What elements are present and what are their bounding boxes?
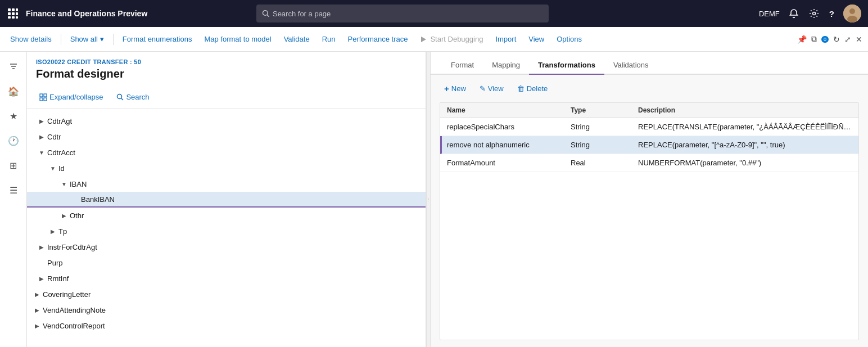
- table-row[interactable]: FormatAmount Real NUMBERFORMAT(parameter…: [440, 154, 858, 172]
- view-transformation-button[interactable]: ✎ View: [475, 82, 508, 95]
- expand-CdtrAcct[interactable]: ▼: [36, 147, 47, 158]
- tree-node-Tp[interactable]: ▶ Tp: [27, 223, 426, 239]
- table-row[interactable]: replaceSpecialChars String REPLACE(TRANS…: [440, 118, 858, 136]
- tab-transformations[interactable]: Transformations: [529, 56, 604, 75]
- workspaces-icon[interactable]: ⊞: [3, 155, 24, 175]
- start-debugging-button[interactable]: Start Debugging: [414, 33, 489, 46]
- view-button[interactable]: View: [523, 33, 550, 46]
- expand-VendControlReport[interactable]: ▶: [31, 320, 43, 331]
- tree-node-CdtrAcct[interactable]: ▼ CdtrAcct: [27, 145, 426, 160]
- notifications-icon[interactable]: [788, 7, 800, 20]
- node-label-Id: Id: [58, 164, 426, 173]
- options-button[interactable]: Options: [551, 33, 587, 46]
- tab-format[interactable]: Format: [442, 56, 483, 75]
- filter-icon[interactable]: [3, 56, 24, 76]
- node-label-Othr: Othr: [70, 211, 426, 220]
- global-search[interactable]: [256, 4, 549, 22]
- row3-type: Real: [571, 159, 638, 167]
- import-button[interactable]: Import: [490, 33, 522, 46]
- node-label-VendAttendingNote: VendAttendingNote: [43, 306, 426, 314]
- show-all-button[interactable]: Show all ▾: [65, 33, 110, 46]
- expand-Othr[interactable]: ▶: [58, 210, 70, 221]
- row2-description: REPLACE(parameter, "[^a-zA-Z0-9]", "", t…: [638, 141, 852, 149]
- svg-rect-4: [12, 12, 15, 15]
- tree-node-CoveringLetter[interactable]: ▶ CoveringLetter: [27, 286, 426, 302]
- tree-toolbar: Expand/collapse Search: [27, 91, 426, 109]
- transformations-table: Name Type Description replaceSpecialChar…: [440, 102, 859, 340]
- side-navigation: 🏠 ★ 🕐 ⊞ ☰: [0, 52, 27, 347]
- table-body: replaceSpecialChars String REPLACE(TRANS…: [440, 118, 858, 340]
- expand-InstrForCdtrAgt[interactable]: ▶: [36, 241, 47, 253]
- split-view-icon[interactable]: ⧉: [810, 33, 818, 45]
- right-panel: Format Mapping Transformations Validatio…: [431, 52, 868, 347]
- recent-icon[interactable]: 🕐: [3, 130, 24, 151]
- tree-node-CdtrAgt[interactable]: ▶ CdtrAgt: [27, 113, 426, 129]
- toolbar-right-actions: 📌 ⧉ 0 ↻ ⤢ ✕: [796, 33, 864, 45]
- svg-rect-7: [12, 16, 15, 19]
- plus-icon: +: [444, 84, 449, 93]
- format-enumerations-button[interactable]: Format enumerations: [117, 33, 198, 46]
- node-label-Cdtr: Cdtr: [47, 133, 426, 141]
- row1-type: String: [571, 123, 638, 131]
- avatar[interactable]: [843, 4, 861, 22]
- run-button[interactable]: Run: [317, 33, 341, 46]
- validate-button[interactable]: Validate: [278, 33, 315, 46]
- tree-node-InstrForCdtrAgt[interactable]: ▶ InstrForCdtrAgt: [27, 239, 426, 255]
- svg-point-14: [847, 16, 857, 22]
- tree-node-VendAttendingNote[interactable]: ▶ VendAttendingNote: [27, 302, 426, 318]
- tree-search-button[interactable]: Search: [113, 91, 152, 103]
- expand-Cdtr[interactable]: ▶: [36, 131, 47, 142]
- search-input[interactable]: [273, 10, 543, 18]
- breadcrumb: ISO20022 CREDIT TRANSFER : 50: [36, 58, 417, 65]
- favorites-icon[interactable]: ★: [3, 106, 24, 126]
- svg-rect-3: [8, 12, 11, 15]
- tree-node-Cdtr[interactable]: ▶ Cdtr: [27, 129, 426, 145]
- row3-name: FormatAmount: [447, 159, 571, 167]
- tree-node-Othr[interactable]: ▶ Othr: [27, 208, 426, 223]
- tree-node-BankIBAN[interactable]: ▶ BankIBAN: [27, 192, 426, 208]
- tree-node-RmtInf[interactable]: ▶ RmtInf: [27, 271, 426, 286]
- tab-validations[interactable]: Validations: [604, 56, 658, 75]
- settings-icon[interactable]: [808, 7, 820, 20]
- expand-Tp[interactable]: ▶: [47, 226, 58, 237]
- tree-node-VendControlReport[interactable]: ▶ VendControlReport: [27, 318, 426, 334]
- tree-node-IBAN[interactable]: ▼ IBAN: [27, 176, 426, 192]
- map-format-to-model-button[interactable]: Map format to model: [198, 33, 277, 46]
- expand-CoveringLetter[interactable]: ▶: [31, 289, 43, 300]
- performance-trace-button[interactable]: Performance trace: [342, 33, 414, 46]
- expand-CdtrAgt[interactable]: ▶: [36, 115, 47, 127]
- expand-icon[interactable]: ⤢: [843, 34, 852, 45]
- show-details-button[interactable]: Show details: [4, 33, 57, 46]
- modules-icon[interactable]: ☰: [3, 180, 24, 200]
- expand-IBAN[interactable]: ▼: [58, 178, 70, 190]
- svg-rect-2: [16, 8, 18, 11]
- tree-node-Purp[interactable]: ▶ Purp: [27, 255, 426, 271]
- pin-icon[interactable]: 📌: [796, 34, 808, 45]
- expand-Id[interactable]: ▼: [47, 163, 58, 174]
- panel-divider[interactable]: ⋮: [426, 52, 431, 347]
- svg-rect-22: [44, 98, 47, 101]
- main-layout: 🏠 ★ 🕐 ⊞ ☰ ISO20022 CREDIT TRANSFER : 50 …: [0, 52, 868, 347]
- tree-node-Id[interactable]: ▼ Id: [27, 160, 426, 176]
- delete-transformation-button[interactable]: 🗑 Delete: [513, 82, 553, 95]
- help-icon[interactable]: ?: [828, 8, 835, 20]
- main-toolbar: Show details Show all ▾ Format enumerati…: [0, 27, 868, 52]
- svg-rect-1: [12, 8, 15, 11]
- table-row[interactable]: remove not alphanumeric String REPLACE(p…: [440, 136, 858, 154]
- tab-mapping[interactable]: Mapping: [483, 56, 529, 75]
- home-icon[interactable]: 🏠: [3, 81, 24, 101]
- app-grid-icon[interactable]: [7, 7, 19, 20]
- expand-RmtInf[interactable]: ▶: [36, 273, 47, 284]
- expand-collapse-button[interactable]: Expand/collapse: [36, 91, 106, 103]
- tree-header: ISO20022 CREDIT TRANSFER : 50 Format des…: [27, 52, 426, 91]
- refresh-icon[interactable]: ↻: [832, 34, 841, 45]
- new-transformation-button[interactable]: + New: [440, 82, 471, 96]
- svg-line-24: [121, 98, 124, 101]
- expand-VendAttendingNote[interactable]: ▶: [31, 304, 43, 316]
- col-name: Name: [447, 106, 571, 114]
- badge-icon[interactable]: 0: [820, 35, 830, 44]
- node-label-CoveringLetter: CoveringLetter: [43, 290, 426, 299]
- svg-rect-20: [44, 94, 47, 97]
- svg-point-11: [812, 12, 815, 15]
- close-icon[interactable]: ✕: [855, 34, 864, 45]
